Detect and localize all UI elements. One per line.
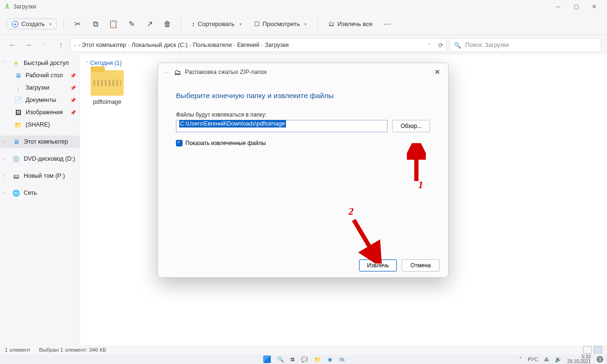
download-icon: ↓ bbox=[14, 84, 22, 91]
view-button[interactable]: ☐ Просмотреть ▾ bbox=[250, 18, 311, 29]
file-name: pdftoimage bbox=[86, 99, 129, 105]
dialog-title: Распаковка сжатых ZIP-папок bbox=[185, 69, 429, 75]
new-label: Создать bbox=[21, 20, 45, 27]
search-icon: 🔍 bbox=[454, 42, 461, 49]
sort-label: Сортировать bbox=[198, 20, 235, 27]
back-button[interactable]: ← bbox=[6, 38, 19, 52]
crumb[interactable]: Загрузки bbox=[265, 42, 288, 48]
checkbox-icon bbox=[176, 140, 183, 146]
close-button[interactable]: ✕ bbox=[585, 0, 603, 13]
status-bar: 1 элемент Выбран 1 элемент: 346 КБ bbox=[0, 345, 607, 355]
edge-icon[interactable]: ◉ bbox=[328, 356, 332, 363]
sidebar-network[interactable]: ›🌐Сеть bbox=[0, 187, 80, 199]
item-count: 1 элемент bbox=[5, 347, 30, 353]
cancel-button[interactable]: Отмена bbox=[402, 259, 440, 272]
sidebar-dvd[interactable]: ›💿DVD-дисковод (D:) bbox=[0, 153, 80, 165]
taskbar: 🔍 ⧉ 💬 📁 ◉ 🛍 ˄ РУС 🖧 🔊 5:32 29.10.2021 3 bbox=[0, 355, 607, 364]
title-bar: Загрузки ─ ▢ ✕ bbox=[0, 0, 607, 13]
zip-folder-icon bbox=[91, 70, 124, 96]
store-icon[interactable]: 🛍 bbox=[339, 356, 344, 362]
toolbar: + Создать ▾ ✂ ⧉ 📋 ✎ ↗ 🗑 ↕ Сортировать ▾ … bbox=[0, 13, 607, 35]
explorer-icon[interactable]: 📁 bbox=[314, 356, 321, 363]
pc-icon: 🖥 bbox=[12, 138, 20, 146]
network-tray-icon[interactable]: 🖧 bbox=[544, 356, 549, 362]
paste-icon[interactable]: 📋 bbox=[107, 18, 120, 31]
plus-icon: + bbox=[12, 21, 18, 27]
download-icon: ↓ bbox=[74, 42, 76, 48]
minimize-button[interactable]: ─ bbox=[549, 0, 567, 13]
notification-badge[interactable]: 3 bbox=[597, 356, 603, 363]
share-icon[interactable]: ↗ bbox=[143, 18, 156, 31]
chevron-down-icon[interactable]: ˅ bbox=[428, 43, 431, 48]
cut-icon[interactable]: ✂ bbox=[71, 18, 84, 31]
view-icon: ☐ bbox=[254, 20, 260, 27]
search-placeholder: Поиск: Загрузки bbox=[465, 42, 509, 48]
destination-path-input[interactable]: C:\Users\Евгений\Downloads\pdftoimage bbox=[176, 120, 387, 132]
separator bbox=[181, 19, 181, 29]
sidebar-quick-access[interactable]: ˅★Быстрый доступ bbox=[0, 57, 80, 69]
volume-tray-icon[interactable]: 🔊 bbox=[555, 356, 561, 363]
new-button[interactable]: + Создать ▾ bbox=[7, 18, 57, 29]
maximize-button[interactable]: ▢ bbox=[567, 0, 585, 13]
start-button[interactable] bbox=[263, 355, 271, 363]
crumb[interactable]: Этот компьютер bbox=[82, 42, 126, 48]
dialog-close-button[interactable]: ✕ bbox=[432, 68, 442, 76]
extract-button[interactable]: Извлечь bbox=[359, 259, 397, 272]
sidebar-item-images[interactable]: 🖼Изображения📌 bbox=[0, 106, 80, 118]
up-button[interactable]: ↑ bbox=[54, 38, 67, 52]
breadcrumb[interactable]: ↓ › Этот компьютер› Локальный диск (C:)›… bbox=[70, 38, 447, 52]
dialog-back-button[interactable]: ← bbox=[164, 68, 170, 76]
crumb[interactable]: Евгений bbox=[237, 42, 259, 48]
forward-button[interactable]: → bbox=[22, 38, 35, 52]
search-input[interactable]: 🔍 Поиск: Загрузки bbox=[450, 38, 601, 52]
show-files-checkbox[interactable]: Показать извлеченные файлы bbox=[176, 140, 430, 146]
search-taskbar-icon[interactable]: 🔍 bbox=[277, 356, 284, 363]
path-label: Файлы будут извлекаться в папку: bbox=[176, 111, 430, 118]
image-icon: 🖼 bbox=[14, 109, 22, 116]
language-indicator[interactable]: РУС bbox=[528, 356, 538, 362]
sidebar-item-downloads[interactable]: ↓Загрузки📌 bbox=[0, 82, 80, 94]
refresh-icon[interactable]: ⟳ bbox=[438, 42, 443, 49]
sidebar-volume[interactable]: ›🖴Новый том (P:) bbox=[0, 170, 80, 182]
pin-icon: 📌 bbox=[70, 98, 76, 103]
desktop-icon: 🖥 bbox=[14, 72, 22, 79]
sidebar-this-pc[interactable]: ›🖥Этот компьютер bbox=[0, 136, 80, 148]
sidebar-item-documents[interactable]: 📄Документы📌 bbox=[0, 94, 80, 106]
extract-icon: 🗂 bbox=[328, 20, 334, 27]
list-view-button[interactable] bbox=[583, 346, 592, 354]
tray-chevron-icon[interactable]: ˄ bbox=[519, 356, 522, 363]
extract-dialog: ← 🗂 Распаковка сжатых ZIP-папок ✕ Выбери… bbox=[157, 63, 449, 278]
sidebar: ˅★Быстрый доступ 🖥Рабочий стол📌 ↓Загрузк… bbox=[0, 55, 80, 345]
zip-icon: 🗂 bbox=[174, 68, 181, 76]
network-icon: 🌐 bbox=[12, 189, 20, 197]
more-icon[interactable]: ⋯ bbox=[381, 18, 394, 31]
recent-button[interactable]: ˅ bbox=[38, 38, 51, 52]
crumb[interactable]: Пользователи bbox=[193, 42, 232, 48]
sort-button[interactable]: ↕ Сортировать ▾ bbox=[188, 18, 245, 29]
extract-label: Извлечь все bbox=[337, 20, 372, 27]
delete-icon[interactable]: 🗑 bbox=[161, 18, 174, 31]
sidebar-item-desktop[interactable]: 🖥Рабочий стол📌 bbox=[0, 69, 80, 82]
document-icon: 📄 bbox=[14, 96, 22, 104]
dialog-heading: Выберите конечную папку и извлеките файл… bbox=[176, 91, 430, 100]
pin-icon: 📌 bbox=[70, 85, 76, 91]
clock[interactable]: 5:32 29.10.2021 bbox=[567, 355, 591, 364]
rename-icon[interactable]: ✎ bbox=[125, 18, 138, 31]
details-view-button[interactable] bbox=[594, 346, 602, 354]
chevron-down-icon: ▾ bbox=[239, 22, 242, 27]
sidebar-item-share[interactable]: 📁(SHARE) bbox=[0, 118, 80, 131]
nav-row: ← → ˅ ↑ ↓ › Этот компьютер› Локальный ди… bbox=[0, 35, 607, 55]
taskview-icon[interactable]: ⧉ bbox=[291, 356, 294, 363]
window-title: Загрузки bbox=[13, 3, 549, 10]
star-icon: ★ bbox=[12, 59, 20, 67]
file-item[interactable]: pdftoimage bbox=[86, 70, 129, 105]
download-icon bbox=[4, 2, 10, 11]
copy-icon[interactable]: ⧉ bbox=[89, 18, 102, 31]
disc-icon: 💿 bbox=[12, 155, 20, 163]
chat-icon[interactable]: 💬 bbox=[301, 356, 308, 363]
crumb[interactable]: Локальный диск (C:) bbox=[131, 42, 187, 48]
browse-button[interactable]: Обзор... bbox=[392, 120, 430, 132]
selection-info: Выбран 1 элемент: 346 КБ bbox=[39, 347, 106, 353]
chevron-down-icon: ▾ bbox=[304, 22, 307, 27]
extract-all-button[interactable]: 🗂 Извлечь все bbox=[324, 18, 376, 29]
